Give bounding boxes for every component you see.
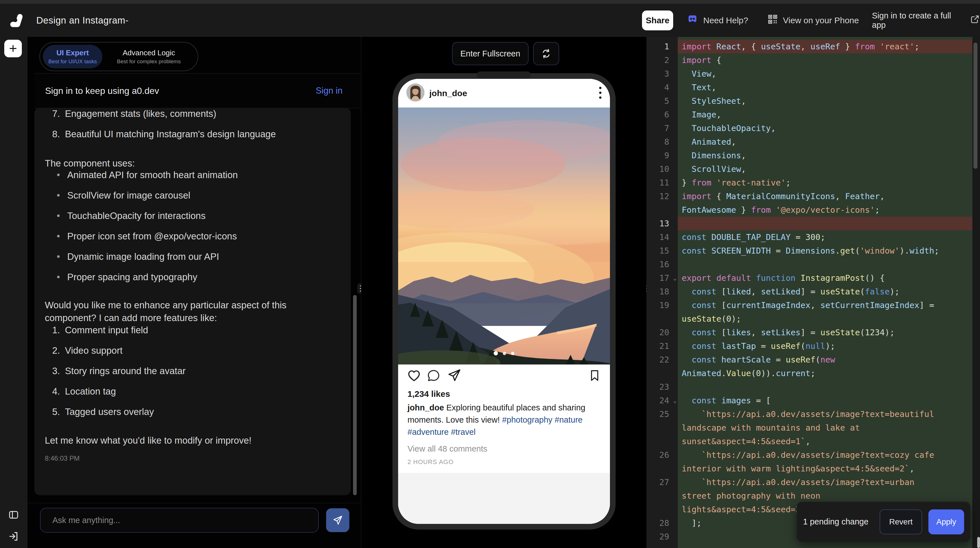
code-line[interactable]: 16: [647, 258, 980, 271]
code-line[interactable]: 11} from 'react-native';: [647, 176, 980, 190]
tab-ui-expert-label: UI Expert: [56, 48, 89, 57]
view-comments-link[interactable]: View all 48 comments: [407, 444, 487, 454]
bookmark-icon[interactable]: [588, 368, 601, 384]
need-help-label: Need Help?: [703, 16, 748, 25]
fold-chevron-icon[interactable]: ⌄: [673, 271, 676, 285]
a0-logo[interactable]: [8, 8, 24, 30]
model-tabs: UI Expert Best for UI/UX tasks Advanced …: [40, 42, 198, 71]
code-line[interactable]: 23: [647, 380, 980, 394]
code-line[interactable]: 10 ScrollView,: [647, 162, 980, 176]
line-number: 7: [647, 121, 678, 135]
share-post-icon[interactable]: [447, 368, 461, 384]
post-image[interactable]: [398, 107, 610, 365]
post-username[interactable]: john_doe: [429, 79, 467, 107]
code-line[interactable]: 8 Animated,: [647, 135, 980, 149]
carousel-dot[interactable]: [503, 352, 506, 355]
likes-count[interactable]: 1,234 likes: [407, 389, 450, 399]
post-header: john_doe: [398, 79, 610, 107]
carousel-dot-active[interactable]: [494, 351, 498, 355]
line-number: 11: [647, 176, 678, 190]
code-line[interactable]: 19 const [currentImageIndex, setCurrentI…: [647, 298, 980, 312]
code-line[interactable]: 20 const [likes, setLikes] = useState(12…: [647, 326, 980, 339]
line-number: 21: [647, 339, 678, 353]
line-number: 5: [647, 94, 678, 108]
code-line[interactable]: useState(0);: [647, 312, 980, 326]
line-number: 13: [647, 217, 678, 230]
feature-list-top: 7.Engagement stats (likes, comments)8.Be…: [45, 108, 340, 140]
external-link-icon: [970, 14, 980, 26]
code-line[interactable]: 27 `https://api.a0.dev/assets/image?text…: [647, 475, 980, 489]
code-line[interactable]: 24⌄ const images = [: [647, 394, 980, 407]
code-line[interactable]: 7 TouchableOpacity,: [647, 121, 980, 135]
line-number: 2: [647, 53, 678, 67]
code-line[interactable]: 26 `https://api.a0.dev/assets/image?text…: [647, 448, 980, 462]
list-item: 7.Engagement stats (likes, comments): [45, 108, 340, 119]
comment-icon[interactable]: [426, 368, 441, 384]
code-line[interactable]: 5 StyleSheet,: [647, 94, 980, 108]
caption-username[interactable]: john_doe: [407, 403, 444, 412]
code-line[interactable]: 22 const heartScale = useRef(new: [647, 353, 980, 366]
list-item: 8.Beautiful UI matching Instagram's desi…: [45, 128, 340, 140]
code-line[interactable]: Animated.Value(0)).current;: [647, 366, 980, 380]
carousel-dot[interactable]: [511, 352, 514, 355]
code-line[interactable]: 18 const [liked, setLiked] = useState(fa…: [647, 285, 980, 298]
enter-fullscreen-button[interactable]: Enter Fullscreen: [452, 42, 528, 65]
code-line[interactable]: 14const DOUBLE_TAP_DELAY = 300;: [647, 230, 980, 244]
sign-in-icon-button[interactable]: [7, 530, 20, 543]
code-scrollbar-thumb[interactable]: [974, 43, 977, 169]
revert-button[interactable]: Revert: [880, 510, 922, 534]
chat-panel: UI Expert Best for UI/UX tasks Advanced …: [27, 37, 361, 548]
code-line[interactable]: 17⌄export default function InstagramPost…: [647, 271, 980, 285]
line-number: 18: [647, 285, 678, 298]
view-on-phone-button[interactable]: View on your Phone: [767, 4, 859, 37]
code-line[interactable]: 6 Image,: [647, 108, 980, 121]
line-number: [647, 503, 678, 516]
line-number: [647, 366, 678, 380]
toggle-sidebar-button[interactable]: [7, 508, 20, 521]
chat-scrollbar[interactable]: [353, 295, 357, 495]
sign-in-link[interactable]: Sign in: [316, 86, 342, 96]
tab-advanced-logic[interactable]: Advanced Logic Best for complex problems: [105, 45, 193, 68]
apply-button[interactable]: Apply: [928, 510, 964, 534]
scrollbar-corner[interactable]: [977, 537, 980, 548]
line-number: 8: [647, 135, 678, 149]
chat-input[interactable]: [40, 508, 319, 533]
like-heart-icon[interactable]: [407, 368, 422, 384]
code-line[interactable]: 1import React, { useState, useRef } from…: [647, 40, 980, 53]
line-number: 17⌄: [647, 271, 678, 285]
send-button[interactable]: [326, 508, 349, 532]
new-project-button[interactable]: [4, 40, 22, 57]
component-uses-list: •Animated API for smooth heart animation…: [45, 169, 340, 283]
code-line[interactable]: 4 Text,: [647, 81, 980, 94]
post-menu-icon[interactable]: [599, 87, 601, 99]
code-line[interactable]: 25 `https://api.a0.dev/assets/image?text…: [647, 407, 980, 421]
code-line[interactable]: 3 View,: [647, 67, 980, 81]
divider: [27, 503, 361, 503]
need-help-button[interactable]: Need Help?: [686, 4, 748, 37]
code-line[interactable]: 12import { MaterialCommunityIcons, Feath…: [647, 190, 980, 203]
code-line[interactable]: sunset&aspect=4:5&seed=1`,: [647, 435, 980, 448]
code-line[interactable]: landscape with mountains and lake at: [647, 421, 980, 435]
code-editor: 1import React, { useState, useRef } from…: [647, 37, 980, 548]
line-number: 27: [647, 475, 678, 489]
code-line[interactable]: 13: [647, 217, 980, 230]
view-on-phone-label: View on your Phone: [783, 16, 859, 25]
code-line[interactable]: 9 Dimensions,: [647, 149, 980, 162]
code-line[interactable]: interior with warm lighting&aspect=4:5&s…: [647, 462, 980, 475]
code-line[interactable]: 21 const lastTap = useRef(null);: [647, 339, 980, 353]
code-line[interactable]: FontAwesome } from '@expo/vector-icons';: [647, 203, 980, 217]
refresh-preview-button[interactable]: [533, 42, 559, 65]
code-line[interactable]: 15const SCREEN_WIDTH = Dimensions.get('w…: [647, 244, 980, 258]
fold-chevron-icon[interactable]: ⌄: [673, 394, 676, 407]
line-number: 23: [647, 380, 678, 394]
code-line[interactable]: 2import {: [647, 53, 980, 67]
list-item: 3.Story rings around the avatar: [45, 365, 340, 377]
avatar[interactable]: [406, 83, 425, 102]
code-line[interactable]: street photography with neon: [647, 489, 980, 503]
carousel-dots[interactable]: [398, 351, 610, 355]
message-timestamp: 8:46:03 PM: [45, 452, 340, 464]
sign-in-full-app-link[interactable]: Sign in to create a full app: [872, 4, 980, 37]
list-item: •Animated API for smooth heart animation: [45, 169, 340, 181]
share-button[interactable]: Share: [642, 11, 673, 30]
tab-ui-expert[interactable]: UI Expert Best for UI/UX tasks: [43, 45, 102, 68]
